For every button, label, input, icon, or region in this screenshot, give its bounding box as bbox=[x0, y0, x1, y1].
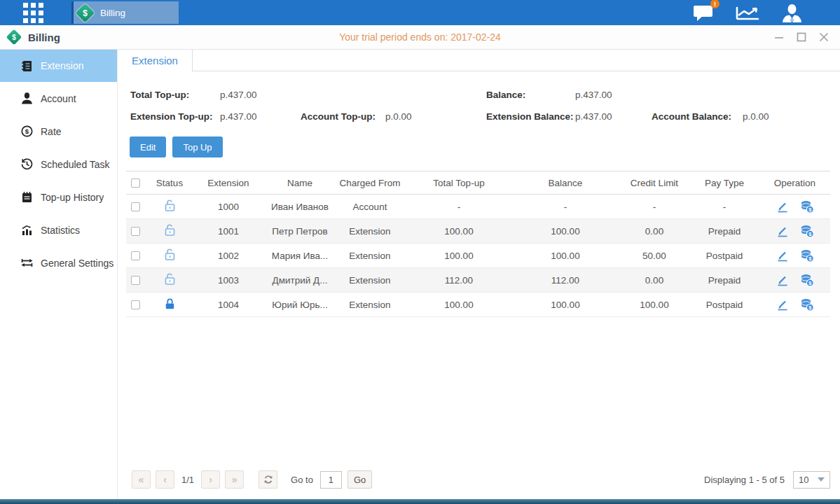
edit-pencil-icon[interactable] bbox=[776, 298, 789, 311]
edit-button[interactable]: Edit bbox=[130, 136, 166, 158]
row-checkbox[interactable] bbox=[131, 276, 140, 285]
row-checkbox[interactable] bbox=[131, 227, 140, 236]
cell-total-topup: 112.00 bbox=[406, 275, 511, 286]
cell-pay-type: Prepaid bbox=[689, 226, 759, 237]
cell-extension: 1002 bbox=[191, 251, 266, 261]
table-row: 1002 Мария Ива... Extension 100.00 100.0… bbox=[126, 244, 830, 268]
first-page-button[interactable]: « bbox=[132, 470, 151, 489]
sidebar-item-label: Rate bbox=[41, 126, 62, 137]
sidebar-item-label: Extension bbox=[41, 60, 83, 71]
refresh-button[interactable] bbox=[259, 470, 277, 489]
page-size-select[interactable]: 10 bbox=[793, 471, 830, 489]
table-row: 1004 Юрий Юрь... Extension 100.00 100.00… bbox=[126, 293, 830, 317]
sidebar-item-scheduled-task[interactable]: Scheduled Task bbox=[0, 148, 117, 181]
content-area: Extension Total Top-up: p.437.00 Balance… bbox=[118, 50, 840, 499]
status-unlocked-icon bbox=[149, 223, 191, 239]
svg-text:$: $ bbox=[25, 127, 29, 135]
table-row: 1001 Петр Петров Extension 100.00 100.00… bbox=[126, 219, 830, 244]
taskbar-tab-billing[interactable]: $ Billing bbox=[71, 1, 179, 24]
go-button[interactable]: Go bbox=[347, 470, 372, 489]
page-size-value: 10 bbox=[799, 475, 808, 485]
window-titlebar: $ Billing Your trial period ends on: 201… bbox=[0, 25, 840, 50]
clock-history-icon bbox=[21, 158, 33, 170]
total-topup-value: p.437.00 bbox=[220, 90, 301, 100]
tab-extension[interactable]: Extension bbox=[118, 50, 193, 71]
topup-coins-icon[interactable]: $ bbox=[800, 249, 814, 262]
sidebar-item-account[interactable]: Account bbox=[0, 82, 117, 115]
cell-name: Иван Иванов bbox=[266, 202, 333, 212]
cell-balance: - bbox=[511, 202, 619, 212]
cell-extension: 1001 bbox=[191, 226, 266, 237]
chevron-down-icon bbox=[818, 477, 825, 482]
col-name: Name bbox=[266, 178, 333, 188]
extension-balance-value: p.437.00 bbox=[575, 111, 652, 122]
topup-coins-icon[interactable]: $ bbox=[800, 200, 814, 214]
extension-table: Status Extension Name Charged From Total… bbox=[126, 171, 830, 317]
row-checkbox[interactable] bbox=[131, 300, 140, 309]
cell-name: Мария Ива... bbox=[266, 251, 333, 261]
notification-badge: ! bbox=[710, 0, 719, 8]
line-chart-icon[interactable] bbox=[735, 4, 760, 22]
sidebar-item-label: Scheduled Task bbox=[41, 159, 110, 170]
prev-page-button[interactable]: ‹ bbox=[156, 470, 174, 489]
sidebar-item-extension[interactable]: Extension bbox=[0, 50, 117, 82]
row-checkbox[interactable] bbox=[131, 251, 140, 260]
status-locked-icon bbox=[149, 297, 191, 312]
sidebar-item-rate[interactable]: $ Rate bbox=[0, 115, 117, 148]
cell-charged-from: Account bbox=[333, 202, 406, 212]
sidebar-item-label: Top-up History bbox=[41, 192, 104, 203]
cell-total-topup: 100.00 bbox=[406, 226, 511, 237]
sidebar-item-statistics[interactable]: Statistics bbox=[0, 214, 117, 246]
bar-chart-icon bbox=[21, 224, 33, 236]
sidebar-item-topup-history[interactable]: Top-up History bbox=[0, 181, 117, 214]
sidebar-item-general-settings[interactable]: General Settings bbox=[0, 246, 117, 279]
goto-page-input[interactable] bbox=[320, 471, 342, 489]
extension-topup-value: p.437.00 bbox=[220, 111, 301, 122]
dollar-circle-icon: $ bbox=[21, 125, 33, 137]
cell-extension: 1004 bbox=[191, 300, 266, 310]
select-all-checkbox[interactable] bbox=[131, 178, 140, 188]
billing-app-icon: $ bbox=[76, 4, 95, 22]
topup-coins-icon[interactable]: $ bbox=[800, 274, 814, 287]
transfer-arrows-icon bbox=[21, 257, 33, 269]
edit-pencil-icon[interactable] bbox=[776, 249, 789, 262]
edit-pencil-icon[interactable] bbox=[776, 225, 789, 237]
sidebar-item-label: General Settings bbox=[41, 258, 113, 269]
taskbar-tab-label: Billing bbox=[100, 8, 125, 18]
user-icon[interactable] bbox=[780, 4, 804, 22]
topup-coins-icon[interactable]: $ bbox=[800, 225, 814, 238]
page-indicator: 1/1 bbox=[181, 475, 194, 485]
maximize-icon[interactable] bbox=[797, 32, 806, 42]
app-grid-icon[interactable] bbox=[23, 3, 43, 23]
cell-extension: 1000 bbox=[191, 202, 266, 212]
cell-credit-limit: 0.00 bbox=[619, 226, 689, 237]
minimize-icon[interactable] bbox=[774, 32, 784, 42]
last-page-button[interactable]: » bbox=[225, 470, 244, 489]
table-header-row: Status Extension Name Charged From Total… bbox=[126, 171, 830, 195]
account-balance-label: Account Balance: bbox=[652, 111, 743, 122]
ledger-icon bbox=[21, 60, 33, 72]
topup-coins-icon[interactable]: $ bbox=[800, 298, 814, 312]
edit-pencil-icon[interactable] bbox=[776, 274, 789, 286]
trial-notice: Your trial period ends on: 2017-02-24 bbox=[0, 31, 840, 43]
notebook-icon bbox=[21, 191, 33, 203]
col-status: Status bbox=[149, 178, 191, 188]
person-icon bbox=[21, 92, 33, 104]
close-icon[interactable] bbox=[819, 32, 829, 42]
edit-pencil-icon[interactable] bbox=[776, 200, 789, 213]
extension-topup-label: Extension Top-up: bbox=[130, 111, 220, 122]
status-unlocked-icon bbox=[149, 199, 191, 214]
extension-balance-label: Extension Balance: bbox=[486, 111, 575, 122]
cell-name: Петр Петров bbox=[266, 226, 333, 237]
goto-label: Go to bbox=[291, 475, 313, 485]
cell-charged-from: Extension bbox=[333, 251, 406, 261]
cell-credit-limit: 100.00 bbox=[619, 300, 689, 310]
next-page-button[interactable]: › bbox=[201, 470, 220, 489]
total-topup-label: Total Top-up: bbox=[130, 90, 220, 100]
row-checkbox[interactable] bbox=[131, 202, 140, 211]
cell-pay-type: Postpaid bbox=[689, 251, 759, 261]
col-balance: Balance bbox=[511, 178, 619, 188]
topup-button[interactable]: Top Up bbox=[172, 136, 222, 158]
chat-notification-icon[interactable]: ! bbox=[693, 4, 715, 22]
account-topup-label: Account Top-up: bbox=[301, 111, 385, 122]
